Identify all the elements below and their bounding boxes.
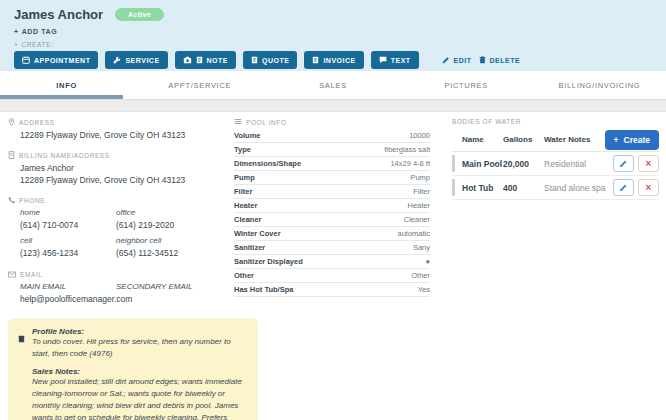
camera-icon	[183, 56, 192, 64]
sales-notes-body: New pool installed; still dirt around ed…	[32, 376, 244, 420]
pencil-icon	[619, 156, 628, 171]
customer-name: James Anchor	[14, 7, 103, 22]
calendar-icon	[22, 56, 30, 64]
billing-section-label: BILLING NAME/ADDRESS	[8, 151, 226, 160]
create-service-button[interactable]: SERVICE	[105, 51, 167, 69]
body-of-water-row-hot-tub: Hot Tub 400 Stand alone spa ×	[452, 176, 659, 200]
plus-icon: +	[14, 28, 19, 35]
create-note-button[interactable]: NOTE	[175, 51, 236, 69]
pool-row-dimensions: Dimensions/Shape14x29 4-6 ft	[234, 157, 430, 171]
main-email: MAIN EMAIL help@poolofficemanager.com	[20, 282, 116, 304]
create-quote-button[interactable]: QUOTE	[243, 51, 297, 69]
phone-office: office (614) 219-2020	[116, 208, 226, 230]
profile-notes-title: Profile Notes:	[32, 327, 244, 336]
pool-row-sanitizer: SanitizerSany	[234, 241, 430, 255]
delete-customer-button[interactable]: DELETE	[479, 56, 521, 65]
delete-body-button[interactable]: ×	[638, 179, 659, 196]
chat-icon	[379, 56, 387, 64]
tab-info[interactable]: INFO	[0, 71, 133, 99]
pool-row-other: OtherOther	[234, 269, 430, 283]
profile-notes-body: To undo cover. Hit press for service, th…	[32, 336, 244, 360]
list-icon	[234, 118, 242, 126]
phone-home: home (614) 710-0074	[20, 208, 116, 230]
pool-row-filter: FilterFilter	[234, 185, 430, 199]
pool-row-winter-cover: Winter Coverautomatic	[234, 227, 430, 241]
plus-icon: +	[14, 41, 18, 48]
sales-notes-title: Sales Notes:	[32, 367, 244, 376]
tab-pictures[interactable]: PICTURES	[400, 71, 533, 99]
bodies-of-water-label: BODIES OF WATER	[452, 118, 659, 125]
create-text-button[interactable]: TEXT	[371, 51, 419, 69]
x-icon: ×	[646, 158, 652, 169]
tab-appt-service[interactable]: APPT/SERVICE	[133, 71, 266, 99]
customer-header: James Anchor Active + ADD TAG + CREATE: …	[0, 0, 666, 71]
divider-band	[0, 99, 666, 112]
pencil-icon	[442, 56, 450, 65]
phone-icon	[8, 196, 15, 205]
create-section-label: + CREATE:	[14, 41, 652, 48]
pool-row-pump: PumpPump	[234, 171, 430, 185]
body-of-water-row-main-pool: Main Pool 20,000 Residential ×	[452, 152, 659, 176]
tab-billing-invoicing[interactable]: BILLING/INVOICING	[533, 71, 666, 99]
x-icon: ×	[646, 182, 652, 193]
info-tab-content: ADDRESS 12289 Flyaway Drive, Grove City …	[0, 112, 666, 420]
edit-body-button[interactable]	[613, 179, 634, 196]
pool-info-label: POOL INFO	[234, 118, 430, 126]
edit-body-button[interactable]	[613, 155, 634, 172]
create-body-of-water-button[interactable]: + Create	[605, 130, 659, 150]
pool-row-heater: HeaterHeater	[234, 199, 430, 213]
profile-tabs: INFO APPT/SERVICE SALES PICTURES BILLING…	[0, 71, 666, 99]
plus-icon: +	[614, 135, 619, 145]
pool-row-cleaner: CleanerCleaner	[234, 213, 430, 227]
delete-body-button[interactable]: ×	[638, 155, 659, 172]
address-section-label: ADDRESS	[8, 118, 226, 127]
trash-icon	[479, 56, 486, 65]
wrench-icon	[113, 56, 121, 64]
edit-customer-button[interactable]: EDIT	[442, 56, 472, 65]
pool-row-hot-tub: Has Hot Tub/SpaYes	[234, 283, 430, 297]
phone-section-label: PHONE	[8, 196, 226, 205]
phone-cell: cell (123) 456-1234	[20, 236, 116, 258]
pool-row-volume: Volume10000	[234, 129, 430, 143]
pool-row-sanitizer-displayed: Sanitizer Displayed●	[234, 255, 430, 269]
column-name: Name	[462, 135, 503, 144]
add-tag-button[interactable]: + ADD TAG	[14, 28, 57, 35]
pool-info-panel: POOL INFO Volume10000 Typefiberglass sal…	[234, 118, 430, 420]
pencil-icon	[619, 180, 628, 195]
pool-info-table: Volume10000 Typefiberglass salt Dimensio…	[234, 129, 430, 297]
bodies-of-water-panel: BODIES OF WATER Name Gallons Water Notes…	[452, 118, 659, 420]
phone-neighbor-cell: neighbor cell (654) 112-34512	[116, 236, 226, 258]
billing-name: James Anchor	[20, 163, 226, 175]
email-section-label: EMAIL	[8, 271, 226, 279]
bodies-of-water-header: Name Gallons Water Notes + Create	[452, 128, 659, 152]
note-icon	[18, 329, 25, 347]
create-appointment-button[interactable]: APPOINTMENT	[14, 51, 98, 69]
document-icon	[312, 56, 319, 64]
create-invoice-button[interactable]: INVOICE	[304, 51, 363, 69]
column-gallons: Gallons	[503, 135, 544, 144]
receipt-icon	[8, 151, 15, 160]
column-water-notes: Water Notes	[544, 135, 605, 144]
document-icon	[251, 56, 258, 64]
tab-sales[interactable]: SALES	[266, 71, 399, 99]
pool-row-type: Typefiberglass salt	[234, 143, 430, 157]
secondary-email: SECONDARY EMAIL	[116, 282, 226, 304]
status-badge: Active	[115, 8, 164, 21]
customer-notes-box: Profile Notes: To undo cover. Hit press …	[8, 318, 258, 420]
note-icon	[196, 56, 203, 64]
pin-icon	[8, 118, 15, 127]
address-value: 12289 Flyaway Drive, Grove City OH 43123	[20, 130, 226, 142]
billing-address: 12289 Flyaway Drive, Grove City OH 43123	[20, 175, 226, 187]
envelope-icon	[8, 271, 16, 279]
